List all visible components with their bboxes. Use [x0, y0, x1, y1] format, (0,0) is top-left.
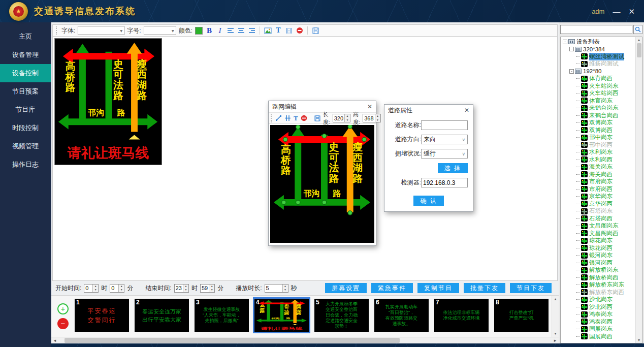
tree-item[interactable]: 沙北岗西 — [562, 303, 635, 311]
italic-button[interactable]: I — [216, 26, 224, 35]
tree-expand-icon[interactable]: - — [569, 47, 574, 51]
tree-expand-icon[interactable]: - — [563, 40, 567, 44]
tree-item[interactable]: 石塔岗西 — [562, 215, 635, 223]
size-select[interactable]: ▾ — [144, 26, 176, 35]
tree-item[interactable]: 双博岗东 — [562, 119, 635, 127]
tree-item[interactable]: 市府岗西 — [562, 185, 635, 193]
copy-program-button[interactable]: 复制节目 — [417, 283, 459, 293]
tree-item[interactable]: 银河岗东 — [562, 252, 635, 260]
drag-handle[interactable] — [283, 137, 287, 141]
tree-item[interactable]: 体育岗西 — [562, 75, 635, 83]
tree-item[interactable]: 水利岗东 — [562, 149, 635, 156]
tree-item[interactable]: 海关岗东 — [562, 164, 635, 171]
drag-handle[interactable] — [322, 134, 326, 138]
duration-stepper[interactable]: 5 ▲▼ — [265, 284, 288, 293]
playlist-item-4[interactable]: 4高桥路史可法路瘦西湖路邗沟路请礼让斑马线 — [254, 299, 309, 332]
save-icon[interactable] — [314, 114, 320, 122]
scroll-down-icon[interactable]: ▾ — [638, 338, 640, 342]
scroll-down-icon[interactable]: ▾ — [554, 331, 556, 336]
sidebar-item-program-library[interactable]: 节目库 — [0, 101, 51, 119]
road-network-icon[interactable] — [284, 114, 291, 122]
tree-expand-icon[interactable]: - — [569, 69, 574, 74]
end-hour-stepper[interactable]: 23 ▲▼ — [174, 284, 189, 293]
tree-item[interactable]: 文昌阁岗东 — [562, 223, 635, 230]
confirm-button[interactable]: 确 认 — [413, 196, 443, 206]
insert-image-icon[interactable] — [264, 26, 272, 35]
close-icon[interactable]: ✕ — [464, 107, 469, 113]
sign-preview[interactable]: 高桥路史可法路瘦西湖路邗沟路请礼让斑马线 — [54, 38, 162, 165]
font-select[interactable]: ▾ — [78, 26, 124, 35]
align-center-icon[interactable] — [237, 26, 245, 35]
sidebar-item-operation-log[interactable]: 操作日志 — [0, 155, 51, 174]
drag-handle[interactable] — [296, 200, 300, 204]
insert-text-icon[interactable]: T — [274, 26, 282, 35]
tree-item[interactable]: 螺丝湾桥测试 — [562, 53, 635, 60]
horizontal-scrollbar[interactable]: ◂ ▸ — [51, 337, 559, 343]
drag-handle[interactable] — [362, 137, 366, 141]
align-right-icon[interactable] — [248, 26, 256, 35]
congestion-select[interactable]: 缓行 ∨ — [421, 149, 468, 159]
insert-text-icon[interactable]: T — [294, 114, 298, 122]
sidebar-item-home[interactable]: 主页 — [0, 27, 51, 46]
save-icon[interactable] — [311, 26, 319, 35]
select-button[interactable]: 选 择 — [438, 163, 468, 173]
sidebar-item-video-management[interactable]: 视频管理 — [0, 137, 51, 155]
sidebar-item-device-management[interactable]: 设备管理 — [0, 46, 51, 64]
close-icon[interactable]: ✕ — [367, 104, 372, 110]
scroll-up-icon[interactable]: ▴ — [554, 297, 556, 301]
tree-item[interactable]: 京华岗西 — [562, 200, 635, 208]
playlist-item-2[interactable]: 2春运安全连万家出行平安靠大家 — [135, 299, 189, 332]
tree-item[interactable]: 来鹤台岗东 — [562, 105, 635, 112]
batch-send-button[interactable]: 批量下发 — [464, 283, 505, 293]
remove-program-button[interactable]: − — [57, 318, 69, 329]
road-name-field[interactable] — [421, 120, 468, 130]
tree-item[interactable]: 京华岗东 — [562, 193, 635, 201]
draw-line-icon[interactable] — [275, 114, 282, 122]
tree-item[interactable]: 琼花岗西 — [562, 244, 635, 252]
screen-settings-button[interactable]: 屏幕设置 — [325, 283, 367, 293]
road-properties-titlebar[interactable]: 道路属性 ✕ — [384, 105, 473, 116]
tree-item[interactable]: 水利岗西 — [562, 156, 635, 164]
align-left-icon[interactable] — [227, 26, 235, 35]
scroll-up-icon[interactable]: ▴ — [638, 38, 640, 42]
tree-item[interactable]: 来鹤台岗西 — [562, 112, 635, 119]
scroll-left-icon[interactable]: ◂ — [51, 338, 58, 343]
tree-item[interactable]: 体育岗东 — [562, 97, 635, 105]
drag-handle[interactable] — [322, 200, 326, 204]
tree-item[interactable]: 石塔岗东 — [562, 208, 635, 215]
tree-item[interactable]: 琼花岗东 — [562, 237, 635, 245]
tree-item[interactable]: 市府岗东 — [562, 178, 635, 186]
tree-item[interactable]: 银河岗西 — [562, 259, 635, 267]
tree-scrollbar[interactable]: ▴ ▾ — [635, 37, 642, 343]
device-search-input[interactable] — [560, 25, 632, 34]
road-direction-select[interactable]: 来向 ∨ — [421, 135, 468, 144]
sidebar-item-program-plan[interactable]: 节目预案 — [0, 82, 51, 101]
drag-handle[interactable] — [348, 211, 352, 215]
road-network-icon[interactable] — [285, 26, 293, 35]
drag-handle[interactable] — [282, 200, 286, 204]
playlist-item-6[interactable]: 6扎实开展电动车“百日整治”，有效预防道路交通事故。 — [374, 299, 429, 332]
tree-group[interactable]: -320*384 — [562, 46, 635, 53]
tree-item[interactable]: 鸿泰岗西 — [562, 318, 635, 326]
scrollbar-thumb[interactable] — [637, 43, 641, 57]
tree-item[interactable]: 解放桥岗西 — [562, 274, 635, 281]
tree-item[interactable]: 鸿泰岗东 — [562, 311, 635, 319]
tree-item[interactable]: 海关岗西 — [562, 171, 635, 178]
tree-item[interactable]: 解放桥岗东 — [562, 267, 635, 274]
scroll-right-icon[interactable]: ▸ — [552, 338, 559, 343]
minimize-icon[interactable]: — — [613, 8, 620, 15]
playlist-scrollbar[interactable]: ▴ ▾ — [552, 296, 559, 337]
tree-item[interactable]: 国展岗西 — [562, 333, 635, 340]
detector-field[interactable] — [421, 178, 468, 187]
tree-item[interactable]: 邗中岗西 — [562, 141, 635, 149]
tree-item[interactable]: 邗中岗东 — [562, 134, 635, 142]
search-button[interactable] — [633, 25, 642, 34]
add-program-button[interactable]: + — [57, 303, 69, 314]
road-editor-canvas[interactable]: 高桥路史可法路瘦西湖路邗沟路 — [270, 125, 374, 243]
sidebar-item-time-control[interactable]: 时段控制 — [0, 119, 51, 137]
start-hour-stepper[interactable]: 0 ▲▼ — [84, 284, 99, 293]
playlist-item-1[interactable]: 1平安春运交警同行 — [75, 299, 129, 332]
playlist-item-3[interactable]: 3发生轻微交通事故“人未伤，车能动，先拍照，后撤离” — [195, 299, 249, 332]
program-send-button[interactable]: 节目下发 — [510, 283, 552, 293]
tree-group[interactable]: -192*80 — [562, 68, 635, 75]
